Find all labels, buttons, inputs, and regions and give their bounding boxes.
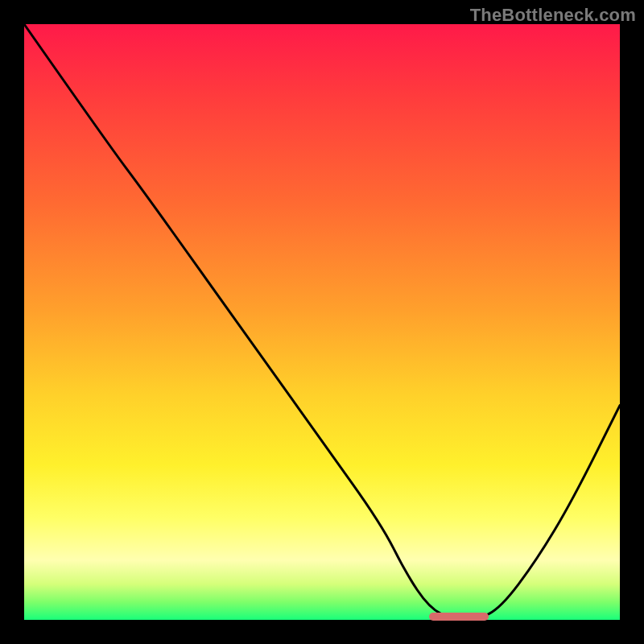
- chart-frame: TheBottleneck.com: [0, 0, 644, 644]
- curve-svg: [24, 24, 620, 620]
- plot-area: [24, 24, 620, 620]
- bottleneck-curve: [24, 24, 620, 620]
- optimal-range-marker: [429, 613, 489, 621]
- watermark-text: TheBottleneck.com: [470, 5, 636, 26]
